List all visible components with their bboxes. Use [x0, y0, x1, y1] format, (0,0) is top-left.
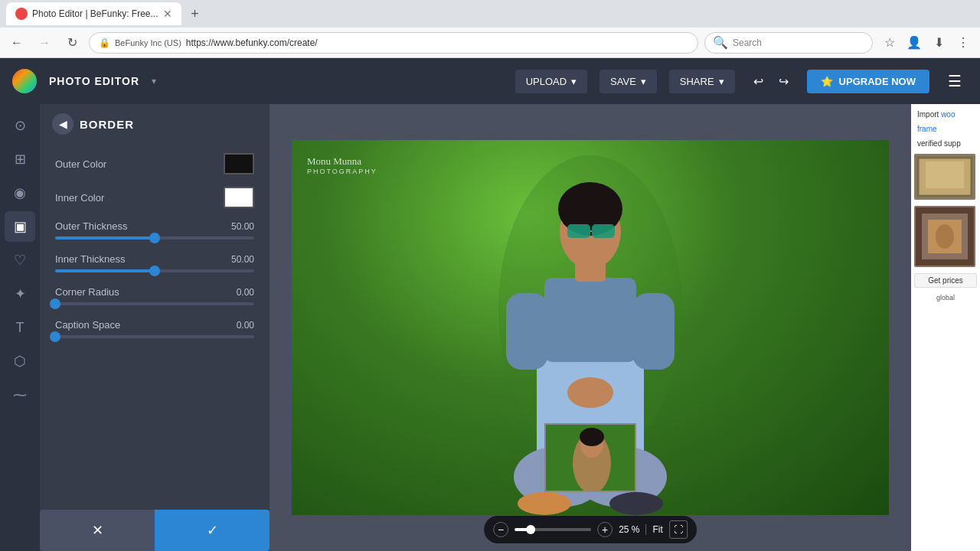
inner-thickness-header: Inner Thickness 50.00: [55, 253, 254, 265]
bookmark-button[interactable]: ☆: [879, 32, 900, 54]
svg-point-5: [567, 377, 613, 408]
cancel-button[interactable]: ✕: [40, 510, 155, 551]
ad-frame: frame: [917, 125, 937, 133]
caption-space-thumb[interactable]: [50, 331, 60, 342]
account-button[interactable]: 👤: [903, 32, 925, 54]
inner-thickness-thumb[interactable]: [149, 266, 160, 276]
outer-color-swatch[interactable]: [224, 153, 254, 174]
outer-thickness-header: Outer Thickness 50.00: [55, 220, 254, 232]
svg-point-14: [518, 492, 571, 515]
lock-icon: 🔒: [99, 37, 110, 48]
sidebar-item-effects[interactable]: ◉: [5, 178, 35, 208]
menu-button[interactable]: ⋮: [952, 32, 974, 54]
caption-space-value: 0.00: [237, 320, 254, 331]
save-button[interactable]: SAVE ▾: [599, 70, 657, 93]
app-title: PHOTO EDITOR: [49, 75, 139, 87]
outer-thickness-value: 50.00: [231, 221, 254, 232]
outer-color-row: Outer Color: [55, 153, 254, 174]
outer-thickness-thumb[interactable]: [149, 233, 160, 243]
sidebar-item-frames[interactable]: ▣: [5, 211, 35, 242]
zoom-slider[interactable]: [514, 528, 591, 531]
ad-image-2[interactable]: [914, 206, 975, 267]
app-title-arrow[interactable]: ▾: [152, 76, 156, 86]
corner-radius-slider[interactable]: [55, 302, 254, 305]
site-name: BeFunky Inc (US): [115, 38, 181, 47]
sidebar-item-favorites[interactable]: ♡: [5, 245, 35, 276]
zoom-fit-button[interactable]: Fit: [646, 524, 663, 535]
watermark: Monu Munna PHOTOGRAPHY: [307, 155, 377, 175]
upgrade-icon: ⭐: [821, 76, 833, 87]
zoom-minus-button[interactable]: −: [493, 522, 508, 537]
browser-tab[interactable]: Photo Editor | BeFunky: Free... ✕: [6, 2, 181, 25]
fullscreen-button[interactable]: ⛶: [669, 520, 688, 539]
outer-thickness-fill: [55, 236, 155, 240]
inner-thickness-row: Inner Thickness 50.00: [55, 253, 254, 272]
inner-color-swatch[interactable]: [224, 187, 254, 208]
app-logo: [12, 69, 37, 93]
zoom-bar: − + 25 % Fit ⛶: [484, 516, 697, 543]
corner-radius-label: Corner Radius: [55, 286, 119, 298]
confirm-button[interactable]: ✓: [155, 510, 270, 551]
panel-actions: ✕ ✓: [40, 510, 270, 551]
new-tab-button[interactable]: +: [185, 3, 206, 24]
sidebar-item-overlays[interactable]: ✦: [5, 279, 35, 309]
app-header: PHOTO EDITOR ▾ UPLOAD ▾ SAVE ▾ SHARE ▾ ↩…: [0, 58, 980, 104]
search-placeholder: Search: [733, 37, 762, 48]
watermark-line2: PHOTOGRAPHY: [307, 168, 377, 175]
border-panel: ◀ BORDER Outer Color Inner Color Oute: [40, 104, 270, 551]
inner-thickness-fill: [55, 269, 155, 272]
url-bar[interactable]: 🔒 BeFunky Inc (US) https://www.befunky.c…: [89, 32, 698, 54]
browser-actions: ☆ 👤 ⬇ ⋮: [879, 32, 974, 54]
upload-button[interactable]: UPLOAD ▾: [515, 70, 587, 93]
tab-bar: Photo Editor | BeFunky: Free... ✕ +: [0, 0, 980, 28]
tab-favicon: [15, 8, 28, 20]
forward-nav-button[interactable]: →: [34, 32, 55, 54]
address-bar: ← → ↻ 🔒 BeFunky Inc (US) https://www.bef…: [0, 28, 980, 58]
zoom-slider-thumb[interactable]: [526, 525, 535, 534]
sidebar-item-stickers[interactable]: ⬡: [5, 346, 35, 377]
panel-content: Outer Color Inner Color Outer Thickness …: [40, 144, 270, 504]
svg-rect-3: [506, 293, 548, 370]
back-nav-button[interactable]: ←: [6, 32, 28, 54]
svg-rect-10: [592, 224, 615, 238]
mini-preview: [544, 423, 636, 492]
sidebar-item-home[interactable]: ⊙: [5, 110, 35, 141]
hamburger-button[interactable]: ☰: [942, 69, 968, 93]
panel-back-header[interactable]: ◀ BORDER: [40, 104, 270, 144]
upload-arrow: ▾: [571, 76, 577, 87]
corner-radius-thumb[interactable]: [50, 298, 60, 309]
redo-button[interactable]: ↪: [773, 71, 795, 92]
sidebar-item-touchup[interactable]: ⁓: [5, 380, 35, 410]
svg-rect-9: [567, 224, 590, 238]
tab-close-button[interactable]: ✕: [163, 8, 172, 20]
reload-button[interactable]: ↻: [61, 32, 83, 54]
svg-rect-22: [926, 161, 964, 188]
share-arrow: ▾: [719, 76, 724, 87]
mini-preview-svg: [546, 425, 636, 492]
back-icon[interactable]: ◀: [52, 113, 74, 135]
upgrade-button[interactable]: ⭐ UPGRADE NOW: [807, 70, 929, 93]
caption-space-label: Caption Space: [55, 319, 120, 331]
undo-button[interactable]: ↩: [747, 71, 769, 92]
sidebar-item-text[interactable]: T: [5, 312, 35, 343]
get-prices-button[interactable]: Get prices: [914, 273, 977, 288]
zoom-plus-button[interactable]: +: [597, 522, 612, 537]
svg-rect-2: [544, 278, 636, 362]
ad-image-1[interactable]: [914, 154, 975, 200]
ad-text-1: Import woo: [914, 110, 977, 119]
upload-label: UPLOAD: [526, 76, 567, 87]
panel-title: BORDER: [80, 118, 134, 131]
sidebar-item-adjustments[interactable]: ⊞: [5, 144, 35, 174]
outer-thickness-label: Outer Thickness: [55, 220, 127, 232]
download-button[interactable]: ⬇: [928, 32, 949, 54]
browser-search-bar[interactable]: 🔍 Search: [704, 32, 873, 54]
inner-thickness-slider[interactable]: [55, 269, 254, 272]
caption-space-slider[interactable]: [55, 335, 254, 338]
inner-thickness-label: Inner Thickness: [55, 253, 126, 265]
outer-thickness-slider[interactable]: [55, 236, 254, 240]
share-button[interactable]: SHARE ▾: [669, 70, 735, 93]
ad-global-text: global: [914, 294, 977, 302]
ad-panel: Import woo frame verified supp: [911, 104, 980, 551]
inner-color-label: Inner Color: [55, 192, 224, 204]
save-arrow: ▾: [641, 76, 646, 87]
